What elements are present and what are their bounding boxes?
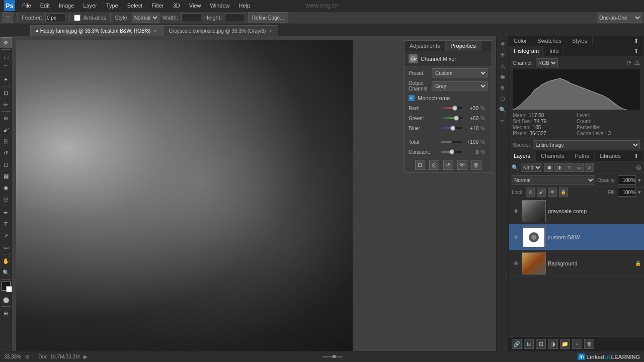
menu-layer[interactable]: Layer	[79, 2, 101, 10]
tool-quick-mask[interactable]: ⬤	[1, 294, 12, 305]
right-icon-3[interactable]: △	[498, 60, 508, 70]
tool-eyedropper[interactable]: ✏	[1, 99, 12, 110]
tab-grayscale[interactable]: Grayscale composite.jpg @ 33.3% (Gray/8)…	[163, 25, 278, 36]
fill-input[interactable]	[618, 188, 636, 197]
tool-eraser[interactable]: ◻	[1, 159, 12, 170]
tool-path-select[interactable]: ↗	[1, 230, 12, 241]
opacity-input[interactable]	[618, 175, 636, 185]
adj-delete-btn[interactable]: 🗑	[471, 160, 481, 170]
tab-happy-family-close[interactable]: ✕	[153, 29, 157, 34]
height-input[interactable]	[225, 13, 245, 22]
zoom-info-icon[interactable]: ⊞	[25, 354, 29, 359]
menu-image[interactable]: Image	[55, 2, 78, 10]
add-layer-btn[interactable]: +	[572, 339, 582, 349]
tool-marquee[interactable]: ⬚	[1, 51, 12, 62]
tab-libraries[interactable]: Libraries	[595, 151, 626, 161]
style-select[interactable]: Normal	[132, 13, 159, 23]
hist-refresh-btn[interactable]: ⟳	[626, 59, 631, 66]
tool-dodge[interactable]: ◷	[1, 194, 12, 205]
adj-view-btn[interactable]: 👁	[457, 160, 467, 170]
tab-grayscale-close[interactable]: ✕	[269, 29, 273, 34]
tool-wand[interactable]: ✦	[1, 74, 12, 85]
layers-panel-collapse[interactable]: ⬆	[629, 151, 644, 161]
menu-help[interactable]: Help	[235, 2, 255, 10]
layer-custom-bw[interactable]: 👁 custom B&W	[509, 224, 644, 250]
lock-all-btn[interactable]: 🔒	[559, 188, 568, 197]
tool-hand[interactable]: ✋	[1, 255, 12, 266]
filter-type-btn[interactable]: T	[565, 163, 574, 172]
right-icon-5[interactable]: ⊕	[498, 82, 508, 93]
layer-vis-background[interactable]: 👁	[512, 259, 520, 267]
right-icon-6[interactable]: ⬡	[498, 94, 508, 104]
tab-happy-family[interactable]: ● Happy family.jpg @ 33.3% (custom B&W, …	[30, 25, 163, 36]
menu-edit[interactable]: Edit	[36, 2, 54, 10]
add-group-btn[interactable]: 📁	[560, 339, 570, 349]
filter-smart-btn[interactable]: ⊙	[585, 163, 594, 172]
filter-pixel-btn[interactable]: ◼	[544, 163, 553, 172]
link-layers-btn[interactable]: 🔗	[512, 339, 522, 349]
tool-stamp[interactable]: ⎘	[1, 136, 12, 147]
anti-alias-checkbox[interactable]	[74, 15, 80, 21]
layer-vis-grayscale[interactable]: 👁	[512, 207, 520, 215]
menu-file[interactable]: File	[18, 2, 35, 10]
filter-kind-select[interactable]: Kind	[521, 163, 542, 172]
delete-layer-btn[interactable]: 🗑	[584, 339, 594, 349]
tab-channels[interactable]: Channels	[536, 151, 570, 161]
tool-type[interactable]: T	[1, 219, 12, 230]
output-channel-select[interactable]: Gray	[432, 81, 488, 90]
add-adjustment-btn[interactable]: ◑	[548, 339, 558, 349]
hist-warning-icon[interactable]: ⚠	[634, 59, 640, 66]
green-slider[interactable]	[441, 115, 462, 122]
add-mask-btn[interactable]: ⊡	[536, 339, 546, 349]
doc-size-arrow[interactable]: ▶	[84, 354, 88, 359]
panel-collapse-btn[interactable]: ⬆	[629, 36, 644, 46]
menu-type[interactable]: Type	[102, 2, 122, 10]
tab-paths[interactable]: Paths	[570, 151, 595, 161]
tab-layers[interactable]: Layers	[509, 151, 536, 161]
foreground-color[interactable]	[2, 282, 11, 291]
lock-image-btn[interactable]: 🖌	[537, 188, 546, 197]
filter-adjust-btn[interactable]: ◑	[554, 163, 564, 172]
view-select[interactable]: One-on-One	[597, 13, 642, 23]
histogram-collapse-btn[interactable]: ⬆	[629, 46, 644, 56]
tool-rect-marquee[interactable]: ⬚	[2, 12, 13, 23]
right-icon-4[interactable]: ◉	[498, 71, 508, 81]
constant-thumb[interactable]	[449, 149, 454, 154]
width-input[interactable]	[181, 13, 201, 22]
tool-screen-mode[interactable]: ⊞	[1, 308, 12, 319]
adj-reset-btn[interactable]: ↺	[443, 160, 453, 170]
tab-info[interactable]: Info	[544, 46, 564, 56]
blue-thumb[interactable]	[450, 126, 455, 131]
layer-vis-custom-bw[interactable]: 👁	[512, 233, 520, 241]
layer-grayscale-comp[interactable]: 👁 grayscale comp	[509, 198, 644, 224]
layer-background[interactable]: 👁 Background 🔒	[509, 250, 644, 277]
lock-position-btn[interactable]: ✥	[548, 188, 557, 197]
source-select[interactable]: Entire Image	[533, 140, 640, 149]
fill-dropdown-icon[interactable]: ▾	[638, 189, 641, 196]
red-thumb[interactable]	[452, 106, 457, 111]
adj-visibility-btn[interactable]: ◎	[429, 160, 439, 170]
right-icon-2[interactable]: ⊞	[498, 49, 508, 59]
canvas-area[interactable]: Adjustments Properties ≡ CM Channel Mixe…	[12, 36, 496, 351]
refine-edge-button[interactable]: Refine Edge...	[248, 12, 288, 23]
tool-gradient[interactable]: ▦	[1, 170, 12, 182]
feather-input[interactable]	[45, 13, 65, 22]
lock-transparency-btn[interactable]: ⊘	[526, 188, 535, 197]
tab-swatches[interactable]: Swatches	[532, 36, 567, 46]
filter-shape-btn[interactable]: ▭	[575, 163, 584, 172]
tab-styles[interactable]: Styles	[567, 36, 593, 46]
right-icon-7[interactable]: 🔍	[498, 105, 508, 115]
tab-adjustments[interactable]: Adjustments	[405, 41, 446, 51]
tool-move[interactable]: ✥	[1, 37, 12, 48]
tool-history-brush[interactable]: ↺	[1, 147, 12, 158]
menu-filter[interactable]: Filter	[147, 2, 168, 10]
tool-brush[interactable]: 🖌	[1, 124, 12, 135]
filter-toggle-btn[interactable]: ◎	[636, 164, 641, 171]
menu-view[interactable]: View	[185, 2, 205, 10]
adj-clip-btn[interactable]: ⊡	[415, 160, 425, 170]
tool-blur[interactable]: ◉	[1, 182, 12, 193]
opacity-dropdown-icon[interactable]: ▾	[638, 177, 641, 184]
tool-zoom[interactable]: 🔍	[1, 267, 12, 278]
red-slider[interactable]	[441, 105, 462, 112]
menu-3d[interactable]: 3D	[169, 2, 184, 10]
